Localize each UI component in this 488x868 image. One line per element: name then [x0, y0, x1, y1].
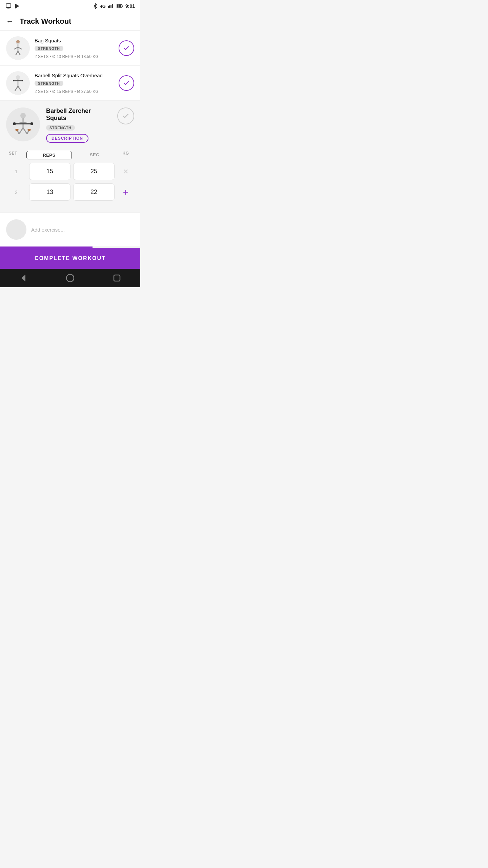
back-button[interactable]: ← [6, 17, 14, 26]
app-header: ← Track Workout [0, 12, 140, 31]
add-exercise-section[interactable]: Add exercise... [0, 212, 140, 246]
svg-point-37 [15, 129, 19, 131]
zercher-illustration [9, 111, 37, 138]
svg-rect-10 [117, 5, 121, 7]
exercise-list: Bag Squats STRENGTH 2 SETS • Ø 13 REPS •… [0, 31, 140, 101]
add-avatar-placeholder [6, 219, 26, 240]
exercise-name-bag-squats: Bag Squats [35, 38, 114, 43]
set-row-2: 2 13 22 + [6, 183, 134, 201]
complete-workout-button[interactable]: COMPLETE WORKOUT [0, 248, 140, 269]
add-set-icon: + [123, 187, 128, 198]
expanded-info-zercher: Barbell Zercher Squats STRENGTH DESCRIPT… [46, 107, 111, 143]
expanded-top: Barbell Zercher Squats STRENGTH DESCRIPT… [6, 107, 134, 143]
svg-point-18 [16, 40, 20, 43]
svg-line-15 [18, 47, 22, 49]
battery-icon [117, 4, 123, 8]
check-button-barbell-split[interactable] [119, 75, 134, 91]
exercise-tag-barbell-split: STRENGTH [35, 81, 63, 86]
svg-point-19 [16, 75, 20, 79]
header-sec[interactable]: SEC [72, 151, 117, 159]
exercise-stats-barbell-split: 2 SETS • Ø 15 REPS • Ø 37.50 KG [35, 89, 114, 94]
nav-back-icon [19, 273, 28, 283]
bluetooth-icon [93, 3, 98, 9]
svg-line-17 [18, 51, 20, 55]
nav-recent-button[interactable] [112, 273, 122, 283]
svg-rect-0 [6, 4, 11, 7]
set-reps-input-2[interactable]: 13 [29, 183, 70, 201]
nav-home-icon [65, 273, 75, 283]
exercise-expanded-zercher: Barbell Zercher Squats STRENGTH DESCRIPT… [0, 101, 140, 211]
set-delete-1[interactable]: ✕ [117, 167, 134, 176]
exercise-tag-bag-squats: STRENGTH [35, 46, 63, 51]
expanded-tag-zercher: STRENGTH [46, 125, 75, 131]
svg-rect-32 [30, 122, 33, 125]
set-number-2: 2 [6, 190, 26, 195]
exercise-avatar-bag-squats [6, 36, 30, 60]
status-bar: 4G 9:01 [0, 0, 140, 12]
sets-table-header: SET REPS SEC KG [6, 150, 134, 163]
signal-icon [108, 4, 115, 8]
svg-rect-23 [22, 80, 23, 81]
svg-rect-7 [112, 4, 113, 8]
set-number-1: 1 [6, 169, 26, 174]
set-reps-input-1[interactable]: 15 [29, 163, 70, 180]
check-button-zercher[interactable] [117, 107, 134, 124]
svg-marker-39 [21, 275, 25, 281]
nav-recent-icon [112, 273, 122, 283]
exercise-item-barbell-split[interactable]: Barbell Split Squats Overhead STRENGTH 2… [0, 66, 140, 101]
exercise-stats-bag-squats: 2 SETS • Ø 13 REPS • Ø 18.50 KG [35, 54, 114, 59]
checkmark-icon-zercher [122, 112, 129, 120]
add-exercise-label[interactable]: Add exercise... [31, 227, 65, 233]
svg-line-25 [18, 86, 21, 91]
play-icon [14, 3, 20, 9]
barbell-split-illustration [9, 74, 27, 92]
network-indicator: 4G [100, 4, 106, 9]
set-kg-input-2[interactable]: 22 [73, 183, 115, 201]
checkmark-icon [123, 45, 130, 52]
exercise-name-barbell-split: Barbell Split Squats Overhead [35, 73, 114, 78]
exercise-info-bag-squats: Bag Squats STRENGTH 2 SETS • Ø 13 REPS •… [35, 38, 114, 59]
set-add-button[interactable]: + [117, 187, 134, 198]
svg-line-14 [14, 47, 18, 49]
svg-rect-31 [13, 122, 16, 125]
status-right-icons: 4G 9:01 [93, 3, 135, 9]
svg-rect-5 [109, 5, 110, 8]
svg-line-16 [16, 51, 18, 55]
bag-squats-illustration [9, 39, 27, 57]
svg-rect-41 [114, 275, 120, 281]
svg-rect-4 [108, 6, 109, 8]
time-display: 9:01 [125, 3, 135, 9]
nav-bar [0, 269, 140, 287]
checkmark-icon-2 [123, 80, 130, 86]
page-title: Track Workout [20, 17, 71, 26]
header-set: SET [6, 151, 26, 159]
svg-point-26 [20, 113, 26, 118]
svg-rect-6 [110, 5, 111, 8]
status-left-icons [5, 3, 20, 9]
svg-rect-9 [122, 5, 123, 7]
set-kg-input-1[interactable]: 25 [73, 163, 115, 180]
nav-back-button[interactable] [19, 273, 28, 283]
delete-icon-1: ✕ [123, 167, 129, 176]
expanded-avatar-zercher [6, 107, 40, 141]
header-kg: KG [117, 151, 134, 159]
exercise-info-barbell-split: Barbell Split Squats Overhead STRENGTH 2… [35, 73, 114, 94]
svg-point-40 [66, 274, 74, 282]
notification-icon [5, 3, 12, 9]
expanded-name-zercher: Barbell Zercher Squats [46, 107, 111, 122]
exercise-avatar-barbell-split [6, 71, 30, 95]
exercise-item-bag-squats[interactable]: Bag Squats STRENGTH 2 SETS • Ø 13 REPS •… [0, 31, 140, 66]
svg-point-38 [27, 129, 31, 131]
check-button-bag-squats[interactable] [119, 40, 134, 56]
description-button[interactable]: DESCRIPTION [46, 134, 88, 143]
svg-rect-22 [13, 80, 14, 81]
nav-home-button[interactable] [65, 273, 75, 283]
svg-marker-3 [15, 4, 19, 8]
header-reps[interactable]: REPS [26, 151, 72, 159]
set-row-1: 1 15 25 ✕ [6, 163, 134, 180]
svg-line-33 [19, 128, 23, 134]
sets-table: SET REPS SEC KG 1 15 25 ✕ 2 13 22 + [6, 150, 134, 201]
svg-line-34 [23, 128, 27, 134]
svg-line-24 [15, 86, 18, 91]
